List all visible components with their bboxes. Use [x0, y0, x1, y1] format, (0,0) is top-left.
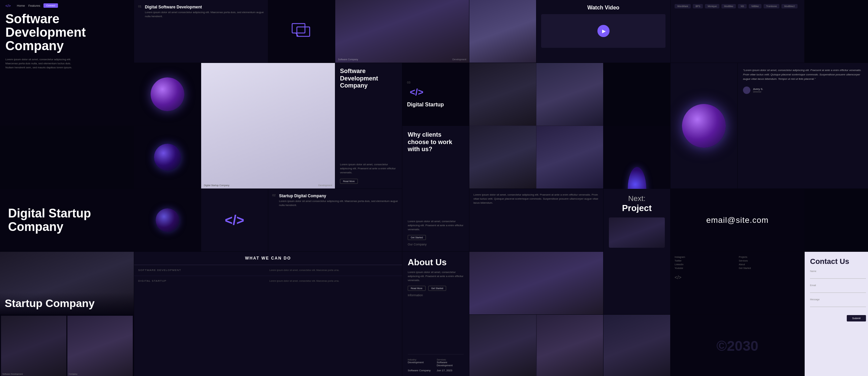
office-img-tl	[469, 63, 536, 126]
video-thumbnail[interactable]: ▶	[541, 14, 665, 48]
globe-large	[682, 104, 726, 148]
globe-3	[156, 208, 179, 232]
submit-button[interactable]: Submit	[847, 315, 866, 321]
service-2-desc: Lorem ipsum dolor sit amet, consectetur …	[270, 279, 398, 283]
globe-container-2	[134, 126, 201, 189]
feature-1-desc: Lorem ipsum dolor sit amet consectetur a…	[145, 10, 264, 19]
footer-link-8[interactable]: Get Started	[739, 267, 801, 269]
author-role: Director	[753, 91, 763, 93]
globe-container-1	[134, 63, 201, 126]
footer-links-panel: Instagram Twitter LinkedIn Youtube Proje…	[671, 252, 804, 314]
email-address: email@site.com	[706, 215, 769, 225]
globe-panel-2	[134, 126, 201, 189]
footer-link-6[interactable]: Services	[739, 260, 801, 262]
copyright-text: ©2030	[716, 338, 758, 354]
feature-2-number: 02	[272, 194, 277, 197]
footer-code-sym: </>	[675, 275, 800, 280]
what-we-can-do-content: WHAT WE CAN DO SOFTWARE DEVELOPMENT Lore…	[134, 252, 402, 286]
office-photo-1-img: Software Company Development	[335, 0, 469, 63]
contact-title: Contact Us	[810, 257, 866, 266]
startup-company-title: Startup Company	[5, 297, 129, 310]
hero-title: Software Development Company	[5, 12, 128, 53]
digital-startup-company-content: Digital Startup Company	[0, 189, 134, 251]
globe-container-3	[134, 189, 201, 251]
feature-2-content: 02 Startup Digital Company Lorem ipsum d…	[268, 189, 402, 215]
brand-4: ModBike	[721, 4, 736, 8]
footer-link-5[interactable]: Projects	[739, 256, 801, 258]
globe-large-container	[671, 63, 737, 189]
digital-startup-company-title: Digital Startup Company	[8, 207, 126, 233]
footer-link-1[interactable]: Instagram	[675, 256, 736, 258]
small-img-1-label: Software Development	[2, 373, 23, 375]
globe-2	[154, 144, 181, 171]
feature-2-desc: Lorem ipsum dolor sit amet consectetur a…	[279, 199, 398, 207]
feature-3-number: 03	[407, 81, 464, 84]
next-laptop-panel	[603, 315, 670, 376]
ds-image-1	[469, 252, 603, 314]
startup-company-hero-inner: Startup Company	[0, 252, 134, 314]
laptop-panel: Digital Startup Company Development	[201, 63, 335, 189]
globe-panel-3	[134, 189, 201, 251]
digital-startup-company-panel: Digital Startup Company	[0, 189, 134, 251]
email-input[interactable]	[810, 288, 866, 293]
about-get-started-button[interactable]: Get Started	[428, 286, 446, 291]
digital-startup-title-2: Digital Startup	[407, 102, 464, 108]
service-1-name: SOFTWARE DEVELOPMENT	[138, 269, 267, 272]
startup-company-hero: Startup Company	[0, 252, 134, 314]
software-dev-title: Software Development Company	[340, 68, 397, 90]
project-label: Project	[609, 203, 665, 213]
email-label: Email	[810, 284, 866, 286]
software-dev-panel: Software Development Company Lorem ipsum…	[335, 63, 402, 189]
copyright-content: ©2030	[671, 315, 804, 376]
hero-panel: </> Home Features Connect Software Devel…	[0, 0, 134, 126]
next-project-content: Next: Project	[603, 189, 670, 253]
laptop-img: Digital Startup Company Development	[201, 63, 335, 189]
contact-panel: Contact Us Name Email Message Submit	[805, 252, 868, 376]
get-started-button[interactable]: Get Started	[408, 235, 426, 240]
code-slash-symbol: </>	[225, 213, 244, 228]
read-more-button[interactable]: Read More	[340, 179, 358, 184]
why-clients-desc: Lorem ipsum dolor sit amet, consectetur …	[408, 219, 464, 232]
hero-subtitle: Lorem ipsum dolor sit amet, consectetur …	[5, 58, 80, 70]
services-value: Software Development	[437, 361, 464, 367]
footer-link-2[interactable]: Twitter	[675, 260, 736, 262]
footer-code-symbol: </>	[675, 275, 800, 280]
small-img-2: Company	[67, 316, 133, 376]
watch-video-content: Watch Video ▶	[536, 0, 670, 53]
date-value: Jun 17, 2023	[437, 369, 464, 372]
watch-video-panel: Watch Video ▶	[536, 0, 670, 63]
play-button[interactable]: ▶	[597, 25, 610, 37]
message-input[interactable]	[810, 302, 866, 307]
footer-link-3[interactable]: LinkedIn	[675, 263, 736, 266]
next-project-img	[609, 217, 665, 248]
feature-1-number: 01	[138, 5, 143, 8]
software-dev-desc: Lorem ipsum dolor sit amet, consectetur …	[340, 163, 397, 175]
nav-connect-button[interactable]: Connect	[43, 3, 58, 8]
feature-2-title: Startup Digital Company	[279, 194, 398, 198]
brand-7: Trombone	[764, 4, 780, 8]
man-photo	[469, 0, 536, 63]
office-img-bl	[469, 126, 536, 189]
service-row-1: SOFTWARE DEVELOPMENT Lorem ipsum dolor s…	[134, 265, 402, 276]
footer-link-7[interactable]: About	[739, 263, 801, 266]
digital-startup-code-panel: 03 </> Digital Startup	[402, 63, 469, 126]
nav-features[interactable]: Features	[28, 4, 40, 7]
about-us-title: About Us	[408, 257, 464, 268]
industry-value: Development	[408, 361, 435, 364]
monitor-icon	[291, 23, 312, 40]
office-photo-1: Software Company Development	[335, 0, 469, 63]
footer-link-4[interactable]: Youtube	[675, 267, 736, 269]
about-us-content: About Us Lorem ipsum dolor sit amet, con…	[402, 252, 469, 376]
contact-form: Contact Us Name Email Message Submit	[805, 252, 868, 318]
office-grid	[469, 63, 603, 189]
svg-rect-1	[297, 27, 310, 36]
about-read-more-button[interactable]: Read More	[408, 286, 426, 291]
service-1-desc: Lorem ipsum dolor sit amet, consectetur …	[270, 269, 398, 272]
quote-text: "Lorem ipsum dolor sit amet, consectetur…	[743, 68, 866, 81]
name-input[interactable]	[810, 274, 866, 279]
small-imgs-panel: Software Development Company	[0, 315, 134, 376]
nav-home[interactable]: Home	[17, 4, 25, 7]
brand-2: BPS	[693, 4, 703, 8]
email-content: email@site.com	[671, 189, 804, 251]
ds-img-2b	[537, 315, 603, 376]
